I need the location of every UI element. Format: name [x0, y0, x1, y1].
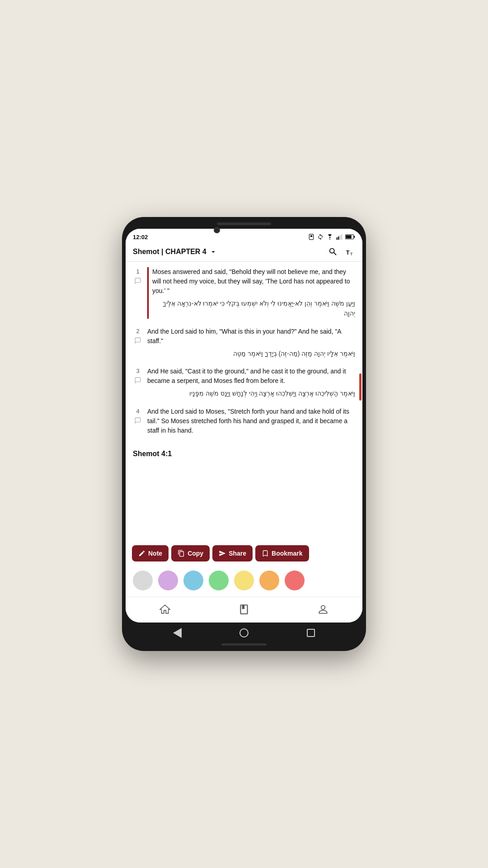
font-size-icon[interactable]: T T [345, 247, 355, 257]
bottom-nav [126, 597, 362, 623]
chapter-title: Shemot | CHAPTER 4 [133, 248, 206, 256]
verse-2-english: And the Lord said to him, "What is this … [147, 327, 355, 346]
comment-icon-1[interactable] [135, 278, 141, 286]
signal-icon [336, 234, 343, 240]
action-buttons: Note Copy Share Bookmark [126, 541, 362, 566]
svg-point-2 [329, 239, 330, 240]
svg-rect-1 [310, 236, 313, 237]
color-yellow[interactable] [234, 571, 254, 590]
phone-screen: 12:02 [126, 229, 362, 623]
bookmark-label: Bookmark [272, 550, 302, 557]
sync-icon [317, 234, 324, 240]
color-none[interactable] [133, 571, 153, 590]
verse-1[interactable]: 1 Moses answered and said, "Behold they … [133, 267, 355, 319]
svg-text:T: T [350, 252, 353, 256]
home-button[interactable] [239, 628, 249, 638]
verse-1-content: Moses answered and said, "Behold they wi… [147, 267, 355, 319]
home-icon [159, 604, 171, 615]
comment-icon-4[interactable] [135, 417, 141, 425]
svg-rect-6 [341, 234, 342, 240]
verse-2-content: And the Lord said to him, "What is this … [147, 327, 355, 359]
copy-icon [178, 550, 185, 557]
verse-3-english: And He said, "Cast it to the ground," an… [147, 367, 355, 386]
verse-4-number: 4 [134, 408, 142, 415]
verse-1-number-col: 1 [133, 267, 143, 319]
wifi-icon [326, 234, 333, 240]
verse-1-hebrew: וַיַּעַן מֹשֶׁה וַיֹּאמֶר וְהֵן לֹא-יַאֲ… [152, 298, 355, 319]
color-red[interactable] [285, 571, 305, 590]
note-label: Note [148, 550, 162, 557]
bookmark-icon [262, 550, 269, 557]
svg-rect-8 [354, 236, 355, 238]
search-icon[interactable] [328, 247, 338, 257]
verse-3-number-col: 3 [133, 367, 143, 398]
verse-2-number: 2 [134, 328, 142, 335]
person-icon [317, 604, 329, 615]
bookmark-button[interactable]: Bookmark [255, 545, 309, 561]
chevron-down-icon [209, 248, 217, 256]
verse-1-english: Moses answered and said, "Behold they wi… [152, 267, 355, 296]
speaker-top [217, 222, 271, 225]
verse-3-hebrew: וַיֹּאמֶר הַשְׁלִיכֵהוּ אַרְצָה וַיַּשְׁ… [147, 388, 355, 398]
nav-bible[interactable] [229, 602, 259, 617]
chapter-selector[interactable]: Shemot | CHAPTER 4 [133, 248, 217, 256]
svg-rect-3 [337, 237, 338, 240]
content-area[interactable]: 1 Moses answered and said, "Behold they … [126, 262, 362, 541]
svg-rect-9 [346, 235, 352, 238]
verse-2-number-col: 2 [133, 327, 143, 359]
top-bar: Shemot | CHAPTER 4 T T [126, 243, 362, 262]
camera [214, 227, 220, 233]
share-button[interactable]: Share [212, 545, 253, 561]
share-label: Share [229, 550, 246, 557]
color-green[interactable] [209, 571, 229, 590]
verse-1-number: 1 [134, 268, 142, 275]
color-picker-row [126, 566, 362, 597]
verse-3-content: And He said, "Cast it to the ground," an… [147, 367, 355, 398]
verse-3-number: 3 [134, 368, 142, 374]
svg-rect-4 [338, 236, 339, 240]
color-purple[interactable] [158, 571, 178, 590]
back-button[interactable] [172, 628, 182, 638]
color-orange[interactable] [259, 571, 279, 590]
svg-text:T: T [346, 249, 350, 256]
verse-4-english: And the Lord said to Moses, "Stretch for… [147, 407, 355, 435]
pencil-icon [138, 550, 145, 557]
book-icon [238, 604, 250, 615]
scroll-indicator [359, 373, 361, 401]
verse-4-number-col: 4 [133, 407, 143, 438]
verse-2-hebrew: וַיֹּאמֶר אֵלָיו יְהוָה מַזֶּה (מַה-זֶּה… [147, 349, 355, 359]
comment-icon-2[interactable] [135, 337, 141, 345]
status-icons [308, 234, 355, 240]
battery-icon [345, 234, 355, 240]
svg-rect-5 [340, 236, 341, 240]
copy-button[interactable]: Copy [171, 545, 210, 561]
verse-3[interactable]: 3 And He said, "Cast it to the ground," … [133, 367, 355, 398]
note-button[interactable]: Note [132, 545, 169, 561]
nav-profile[interactable] [308, 602, 338, 617]
selected-verse-label: Shemot 4:1 [133, 446, 355, 463]
color-blue[interactable] [183, 571, 203, 590]
verse-2[interactable]: 2 And the Lord said to him, "What is thi… [133, 327, 355, 359]
android-nav [126, 624, 362, 641]
verse-4-content: And the Lord said to Moses, "Stretch for… [147, 407, 355, 438]
top-bar-actions: T T [328, 247, 355, 257]
sim-icon [308, 234, 314, 240]
status-bar: 12:02 [126, 229, 362, 243]
status-time: 12:02 [133, 234, 148, 241]
share-icon [219, 550, 226, 557]
speaker-bottom [221, 643, 267, 646]
phone-frame: 12:02 [122, 217, 366, 651]
nav-home[interactable] [150, 602, 180, 617]
verse-4[interactable]: 4 And the Lord said to Moses, "Stretch f… [133, 407, 355, 438]
copy-label: Copy [188, 550, 203, 557]
recents-button[interactable] [306, 628, 316, 638]
comment-icon-3[interactable] [135, 377, 141, 385]
